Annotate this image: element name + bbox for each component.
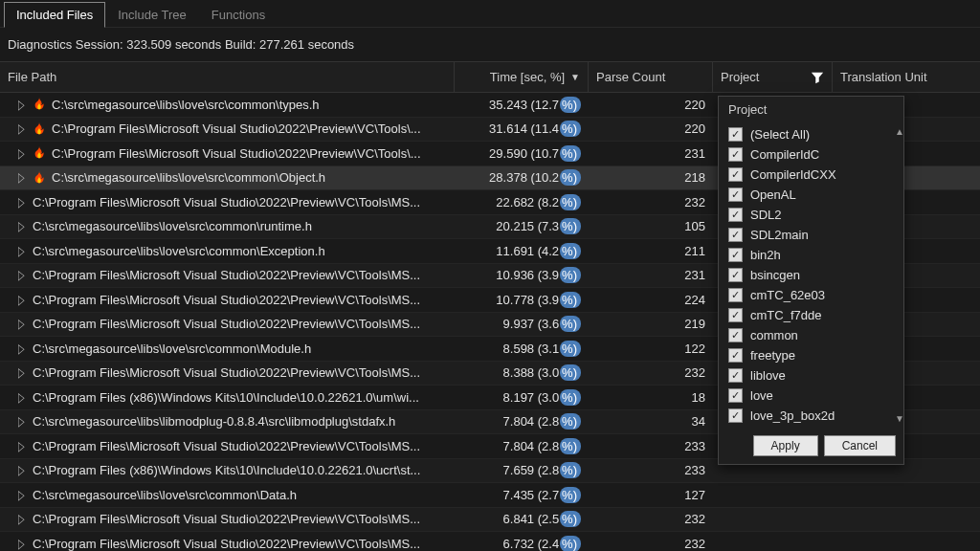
- expand-icon[interactable]: ▷: [18, 463, 24, 477]
- tab-include-tree[interactable]: Include Tree: [105, 2, 199, 27]
- filter-item-label: love: [750, 388, 773, 403]
- file-path-cell: ▷C:\Program Files\Microsoft Visual Studi…: [0, 317, 455, 331]
- parse-count-cell: 231: [589, 146, 713, 161]
- time-value: 31.614 (11.4: [489, 121, 559, 136]
- scroll-down-icon[interactable]: ▼: [895, 413, 903, 424]
- expand-icon[interactable]: ▷: [18, 342, 24, 356]
- checkbox-icon[interactable]: ✓: [728, 248, 743, 262]
- filter-item[interactable]: ✓cmTC_f7dde: [726, 305, 896, 325]
- filter-item[interactable]: ✓CompilerIdC: [726, 144, 896, 165]
- time-cell: 28.378 (10.2%): [455, 170, 589, 185]
- percent-badge: %): [560, 121, 581, 137]
- column-project[interactable]: Project: [713, 62, 833, 92]
- checkbox-icon[interactable]: ✓: [728, 368, 743, 383]
- parse-count-cell: 122: [589, 342, 713, 356]
- checkbox-icon[interactable]: ✓: [728, 167, 743, 182]
- time-cell: 35.243 (12.7%): [455, 98, 589, 112]
- expand-icon[interactable]: ▷: [18, 537, 24, 551]
- expand-icon[interactable]: ▷: [18, 244, 24, 258]
- filter-item[interactable]: ✓OpenAL: [726, 185, 896, 205]
- checkbox-icon[interactable]: ✓: [728, 208, 743, 222]
- filter-item[interactable]: ✓SDL2: [726, 205, 896, 225]
- file-path-text: C:\src\megasource\libs\love\src\common\t…: [52, 98, 320, 112]
- file-path-cell: ▷C:\src\megasource\libs\love\src\common\…: [0, 488, 455, 502]
- apply-button[interactable]: Apply: [753, 435, 818, 456]
- column-time[interactable]: Time [sec, %] ▼: [455, 62, 589, 92]
- file-path-cell: ▷C:\src\megasource\libs\love\src\common\…: [0, 342, 455, 356]
- time-value: 28.378 (10.2: [489, 170, 559, 185]
- expand-icon[interactable]: ▷: [18, 390, 24, 405]
- time-cell: 10.778 (3.9%): [455, 293, 589, 307]
- expand-icon[interactable]: ▷: [18, 145, 24, 161]
- time-cell: 20.215 (7.3%): [455, 219, 589, 233]
- scroll-track[interactable]: ▲ ▼: [894, 126, 903, 424]
- expand-icon[interactable]: ▷: [18, 317, 24, 331]
- file-path-text: C:\Program Files\Microsoft Visual Studio…: [52, 146, 421, 161]
- expand-icon[interactable]: ▷: [18, 414, 24, 429]
- file-path-text: C:\src\megasource\libs\love\src\common\E…: [33, 244, 325, 258]
- checkbox-icon[interactable]: ✓: [728, 147, 743, 162]
- file-path-cell: ▷C:\Program Files\Microsoft Visual Studi…: [0, 512, 455, 526]
- filter-item[interactable]: ✓common: [726, 325, 896, 345]
- filter-item[interactable]: ✓CompilerIdCXX: [726, 165, 896, 185]
- percent-badge: %): [560, 169, 581, 186]
- expand-icon[interactable]: ▷: [18, 268, 24, 282]
- column-parse-count[interactable]: Parse Count: [589, 62, 713, 92]
- file-path-text: C:\Program Files\Microsoft Visual Studio…: [52, 121, 421, 136]
- filter-item[interactable]: ✓liblove: [726, 365, 896, 386]
- expand-icon[interactable]: ▷: [18, 293, 24, 307]
- filter-item-label: (Select All): [750, 127, 810, 142]
- expand-icon[interactable]: ▷: [18, 219, 24, 233]
- table-row[interactable]: ▷C:\Program Files\Microsoft Visual Studi…: [0, 532, 980, 551]
- expand-icon[interactable]: ▷: [18, 439, 24, 453]
- time-value: 6.732 (2.4: [503, 537, 560, 551]
- checkbox-icon[interactable]: ✓: [728, 408, 743, 423]
- filter-item-label: cmTC_62e03: [750, 288, 825, 302]
- checkbox-icon[interactable]: ✓: [728, 127, 743, 142]
- expand-icon[interactable]: ▷: [18, 195, 24, 209]
- cancel-button[interactable]: Cancel: [824, 435, 896, 456]
- checkbox-icon[interactable]: ✓: [728, 268, 743, 282]
- flame-icon: [33, 97, 46, 112]
- expand-icon[interactable]: ▷: [18, 512, 24, 526]
- file-path-text: C:\Program Files (x86)\Windows Kits\10\I…: [33, 463, 420, 477]
- table-row[interactable]: ▷C:\Program Files\Microsoft Visual Studi…: [0, 508, 980, 533]
- filter-item[interactable]: ✓freetype: [726, 345, 896, 365]
- checkbox-icon[interactable]: ✓: [728, 228, 743, 242]
- filter-item[interactable]: ✓SDL2main: [726, 225, 896, 245]
- checkbox-icon[interactable]: ✓: [728, 187, 743, 202]
- expand-icon[interactable]: ▷: [18, 121, 24, 137]
- filter-item[interactable]: ✓bin2h: [726, 245, 896, 265]
- expand-icon[interactable]: ▷: [18, 170, 24, 186]
- filter-item[interactable]: ✓(Select All): [726, 124, 896, 144]
- expand-icon[interactable]: ▷: [18, 488, 24, 502]
- filter-list: ✓(Select All)✓CompilerIdC✓CompilerIdCXX✓…: [719, 122, 903, 428]
- scroll-up-icon[interactable]: ▲: [895, 126, 903, 137]
- time-value: 8.598 (3.1: [503, 342, 560, 356]
- file-path-cell: ▷C:\src\megasource\libs\love\src\common\…: [0, 97, 455, 112]
- expand-icon[interactable]: ▷: [18, 97, 24, 112]
- tab-functions[interactable]: Functions: [199, 2, 278, 27]
- column-file-path[interactable]: File Path: [0, 62, 455, 92]
- parse-count-cell: 105: [589, 219, 713, 233]
- time-cell: 22.682 (8.2%): [455, 195, 589, 209]
- percent-badge: %): [560, 511, 581, 527]
- checkbox-icon[interactable]: ✓: [728, 288, 743, 302]
- tab-included-files[interactable]: Included Files: [4, 2, 105, 28]
- file-path-cell: ▷C:\Program Files (x86)\Windows Kits\10\…: [0, 390, 455, 405]
- file-path-text: C:\Program Files\Microsoft Visual Studio…: [33, 317, 420, 331]
- checkbox-icon[interactable]: ✓: [728, 308, 743, 322]
- checkbox-icon[interactable]: ✓: [728, 348, 743, 363]
- filter-item[interactable]: ✓bsincgen: [726, 265, 896, 285]
- expand-icon[interactable]: ▷: [18, 365, 24, 380]
- checkbox-icon[interactable]: ✓: [728, 388, 743, 403]
- filter-item[interactable]: ✓cmTC_62e03: [726, 285, 896, 305]
- table-row[interactable]: ▷C:\src\megasource\libs\love\src\common\…: [0, 483, 980, 508]
- column-translation-unit[interactable]: Translation Unit: [833, 62, 980, 92]
- column-time-label: Time [sec, %]: [490, 70, 565, 84]
- filter-item[interactable]: ✓love_3p_box2d: [726, 406, 896, 426]
- time-cell: 8.388 (3.0%): [455, 365, 589, 380]
- filter-item[interactable]: ✓love: [726, 386, 896, 406]
- checkbox-icon[interactable]: ✓: [728, 328, 743, 342]
- percent-badge: %): [560, 145, 581, 162]
